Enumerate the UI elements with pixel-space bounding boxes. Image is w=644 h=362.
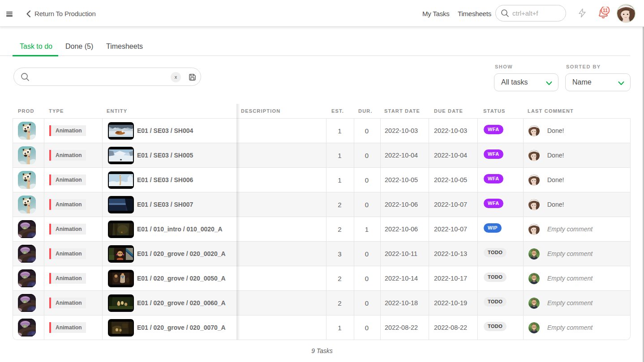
- svg-text:11: 11: [603, 8, 608, 13]
